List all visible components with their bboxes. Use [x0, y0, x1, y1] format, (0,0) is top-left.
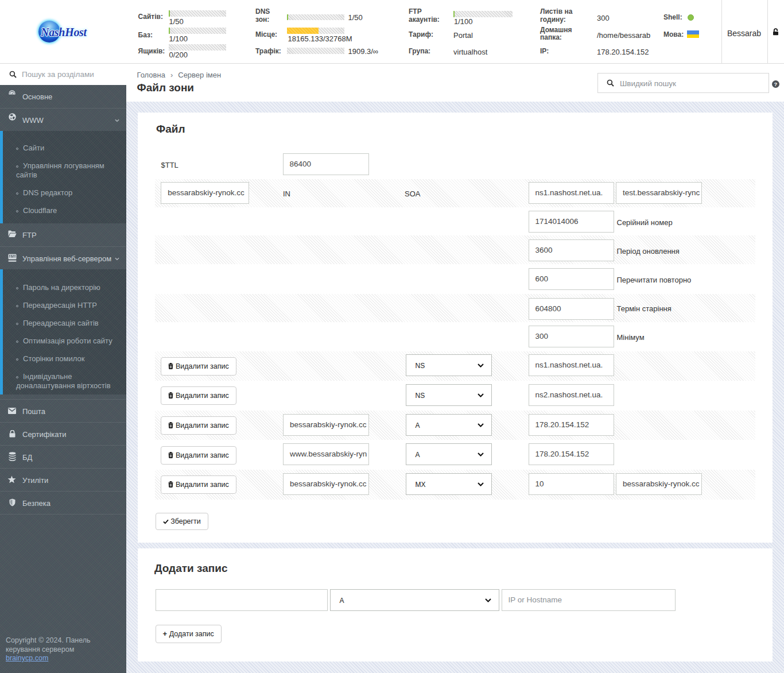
svg-text:?: ? [774, 81, 778, 87]
